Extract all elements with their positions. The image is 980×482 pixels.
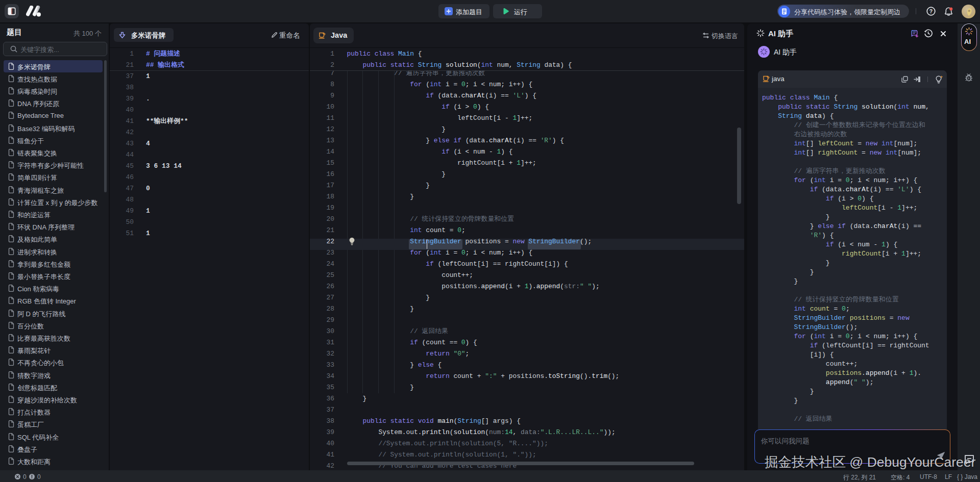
svg-text:?: ? xyxy=(929,8,933,14)
